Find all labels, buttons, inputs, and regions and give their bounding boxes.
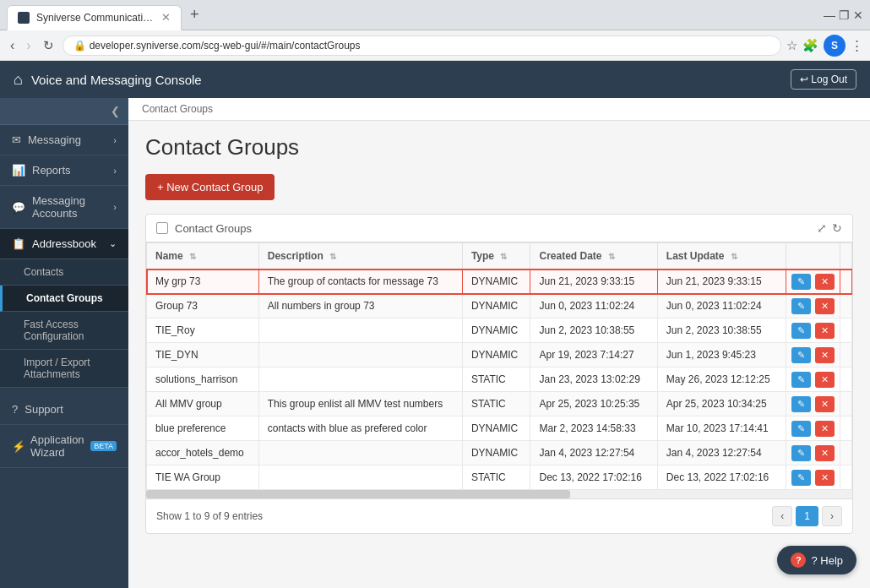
delete-row-button[interactable]: ✕	[815, 274, 835, 290]
cell-type: DYNAMIC	[462, 441, 530, 466]
sidebar-sub-item-import-export[interactable]: Import / Export Attachments	[0, 350, 128, 388]
cell-name: accor_hotels_demo	[147, 441, 259, 466]
cell-type: STATIC	[462, 368, 530, 392]
help-button[interactable]: ? ? Help	[777, 546, 856, 574]
cell-scroll	[840, 466, 852, 490]
col-created-date-label: Created Date	[539, 250, 601, 262]
name-sort-icon: ⇅	[189, 252, 196, 261]
delete-row-button[interactable]: ✕	[815, 470, 835, 486]
delete-row-button[interactable]: ✕	[815, 347, 835, 363]
col-header-name[interactable]: Name ⇅	[147, 243, 259, 270]
browser-tab[interactable]: Syniverse Communication Gatew... ✕	[7, 5, 182, 30]
cell-description	[258, 368, 462, 392]
cell-scroll	[840, 318, 852, 343]
col-header-created-date[interactable]: Created Date ⇅	[530, 243, 657, 270]
panel-expand-button[interactable]: ⤢	[817, 221, 827, 235]
extensions-icon[interactable]: 🧩	[802, 38, 818, 53]
cell-description	[258, 343, 462, 368]
col-header-type[interactable]: Type ⇅	[462, 243, 530, 270]
reports-chevron-icon: ›	[113, 166, 117, 176]
table-row: accor_hotels_demoDYNAMICJan 4, 2023 12:2…	[147, 441, 852, 466]
contact-groups-table: Name ⇅ Description ⇅ Type	[146, 242, 852, 490]
edit-row-button[interactable]: ✎	[791, 470, 811, 486]
cell-actions: ✎ ✕	[786, 441, 840, 466]
bookmark-icon[interactable]: ☆	[786, 38, 797, 53]
table-row: TIE_RoyDYNAMICJun 2, 2023 10:38:55Jun 2,…	[147, 318, 852, 343]
table-panel: Contact Groups ⤢ ↻	[145, 214, 853, 534]
table-row: All MMV groupThis group enlist all MMV t…	[147, 392, 852, 416]
edit-row-button[interactable]: ✎	[791, 445, 811, 461]
window-restore[interactable]: ❐	[839, 8, 850, 22]
addressbook-chevron-icon: ⌄	[109, 238, 117, 249]
nav-refresh-button[interactable]: ↻	[40, 35, 57, 57]
cell-description: This group enlist all MMV test numbers	[258, 392, 462, 416]
url-text: developer.syniverse.com/scg-web-gui/#/ma…	[90, 40, 361, 52]
new-contact-group-button[interactable]: + New Contact Group	[145, 174, 275, 200]
fast-access-label: Fast Access Configuration	[24, 318, 117, 342]
cell-name: My grp 73	[147, 270, 259, 294]
table-row: TIE_DYNDYNAMICApr 19, 2023 7:14:27Jun 1,…	[147, 343, 852, 368]
delete-row-button[interactable]: ✕	[815, 396, 835, 412]
pagination-next-button[interactable]: ›	[822, 506, 842, 526]
cell-description	[258, 318, 462, 343]
cell-scroll	[840, 392, 852, 416]
edit-row-button[interactable]: ✎	[791, 421, 811, 437]
delete-row-button[interactable]: ✕	[815, 445, 835, 461]
sidebar-item-messaging[interactable]: ✉ Messaging ›	[0, 125, 128, 155]
sidebar-item-app-wizard[interactable]: ⚡ Application Wizard BETA	[0, 425, 128, 468]
nav-back-button[interactable]: ‹	[7, 35, 18, 57]
delete-row-button[interactable]: ✕	[815, 421, 835, 437]
profile-avatar[interactable]: S	[824, 35, 846, 57]
sidebar-toggle[interactable]: ❮	[0, 98, 128, 125]
import-export-label: Import / Export Attachments	[24, 357, 117, 380]
cell-type: DYNAMIC	[462, 294, 530, 318]
edit-row-button[interactable]: ✎	[791, 347, 811, 363]
cell-last-update: Jun 2, 2023 10:38:55	[657, 318, 786, 343]
panel-refresh-button[interactable]: ↻	[832, 221, 842, 235]
content-area: Contact Groups Contact Groups + New Cont…	[128, 98, 870, 588]
sidebar-sub-item-fast-access[interactable]: Fast Access Configuration	[0, 312, 128, 350]
horizontal-scrollbar[interactable]	[146, 490, 852, 498]
address-bar[interactable]: 🔒 developer.syniverse.com/scg-web-gui/#/…	[63, 35, 781, 56]
app-container: ⌂ Voice and Messaging Console ↩ Log Out …	[0, 61, 870, 588]
home-icon[interactable]: ⌂	[14, 71, 23, 89]
col-last-update-label: Last Update	[666, 250, 725, 262]
new-tab-button[interactable]: +	[185, 4, 204, 25]
pagination-page-1-button[interactable]: 1	[796, 506, 818, 526]
app-title: Voice and Messaging Console	[31, 73, 202, 87]
cell-created-date: Apr 19, 2023 7:14:27	[530, 343, 657, 368]
edit-row-button[interactable]: ✎	[791, 298, 811, 314]
logout-button[interactable]: ↩ Log Out	[791, 69, 856, 90]
delete-row-button[interactable]: ✕	[815, 323, 835, 339]
help-icon: ?	[791, 553, 806, 568]
sidebar-item-messaging-accounts[interactable]: 💬 Messaging Accounts ›	[0, 186, 128, 229]
delete-row-button[interactable]: ✕	[815, 298, 835, 314]
edit-row-button[interactable]: ✎	[791, 323, 811, 339]
edit-row-button[interactable]: ✎	[791, 372, 811, 388]
cell-last-update: Jun 1, 2023 9:45:23	[657, 343, 786, 368]
sidebar-sub-item-contact-groups[interactable]: Contact Groups	[0, 286, 128, 312]
cell-type: DYNAMIC	[462, 318, 530, 343]
col-header-description[interactable]: Description ⇅	[258, 243, 462, 270]
edit-row-button[interactable]: ✎	[791, 396, 811, 412]
window-close[interactable]: ✕	[853, 8, 863, 22]
messaging-chevron-icon: ›	[113, 135, 117, 145]
logout-arrow-icon: ↩	[800, 74, 808, 85]
sidebar-item-support[interactable]: ? Support	[0, 395, 128, 425]
cell-scroll	[840, 294, 852, 318]
messaging-accounts-icon: 💬	[12, 201, 25, 214]
edit-row-button[interactable]: ✎	[791, 274, 811, 290]
window-minimize[interactable]: —	[824, 8, 835, 22]
sidebar-item-addressbook[interactable]: 📋 Addressbook ⌄	[0, 229, 128, 259]
cell-scroll	[840, 441, 852, 466]
sidebar-sub-item-contacts[interactable]: Contacts	[0, 259, 128, 286]
col-header-last-update[interactable]: Last Update ⇅	[657, 243, 786, 270]
sidebar-item-reports[interactable]: 📊 Reports ›	[0, 155, 128, 186]
panel-checkbox[interactable]	[156, 222, 168, 234]
menu-icon[interactable]: ⋮	[851, 38, 863, 53]
delete-row-button[interactable]: ✕	[815, 372, 835, 388]
nav-forward-button[interactable]: ›	[23, 35, 34, 57]
col-description-label: Description	[268, 250, 324, 262]
pagination-prev-button[interactable]: ‹	[772, 506, 792, 526]
tab-close-icon[interactable]: ✕	[161, 11, 171, 24]
